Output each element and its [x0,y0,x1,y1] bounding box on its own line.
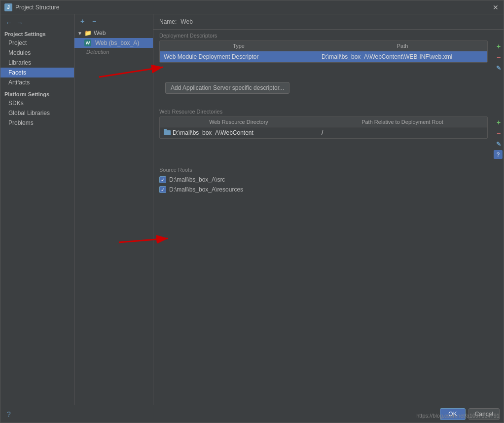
detail-scroll-area[interactable]: Deployment Descriptors Type Path Web Mod… [153,30,504,405]
web-resource-row[interactable]: D:\mall\bs_box_A\WebContent / [160,127,487,138]
sidebar-item-sdks[interactable]: SDKs [0,98,74,108]
webres-help-button[interactable]: ? [494,150,503,159]
sidebar-item-global-libraries[interactable]: Global Libraries [0,108,74,118]
deployment-descriptors-label: Deployment Descriptors [153,30,504,40]
watermark: https://blog.csdn.net/a1097304791 [416,413,500,419]
web-resource-table-container: Web Resource Directory Path Relative to … [153,116,494,139]
source-root-checkbox-1[interactable]: ✓ [159,186,166,193]
web-resource-table-header: Web Resource Directory Path Relative to … [160,117,487,127]
detail-panel: Name: Web Deployment Descriptors Type Pa… [153,14,504,405]
tree-add-button[interactable]: + [77,16,87,26]
source-roots-label: Source Roots [153,164,504,175]
sidebar: ← → Project Settings Project Modules Lib… [0,14,74,405]
forward-icon[interactable]: → [15,18,24,27]
sidebar-toolbar: ← → [0,16,74,29]
tree-remove-button[interactable]: − [89,16,99,26]
webres-add-button[interactable]: + [494,117,504,127]
tree-toolbar: + − [74,14,153,28]
web-resource-relpath-cell: / [318,127,487,138]
title-bar: J Project Structure ✕ [0,0,504,14]
name-field-value: Web [180,18,192,25]
descriptor-remove-button[interactable]: − [494,52,504,62]
name-row: Name: Web [153,14,504,30]
descriptor-edit-button[interactable]: ✎ [494,63,504,73]
descriptor-type-cell: Web Module Deployment Descriptor [160,51,318,62]
tree-panel: + − ▼ 📁 Web W Web (bs_box_A) Detection [74,14,153,405]
sidebar-item-problems[interactable]: Problems [0,118,74,128]
expand-icon: ▼ [77,31,82,36]
web-resource-dir-cell: D:\mall\bs_box_A\WebContent [160,127,318,138]
source-roots-section: Source Roots ✓ D:\mall\bs_box_A\src ✓ D:… [153,164,504,200]
project-settings-label: Project Settings [0,29,74,38]
deployment-descriptors-section: Deployment Descriptors Type Path Web Mod… [153,30,504,102]
main-content: ← → Project Settings Project Modules Lib… [0,14,504,405]
path-col-header: Path [318,41,487,51]
descriptor-table-container: Type Path Web Module Deployment Descript… [153,40,494,63]
add-descriptor-button[interactable]: Add Application Server specific descript… [165,82,289,94]
tree-item-web-bs-box-a[interactable]: W Web (bs_box_A) [74,38,153,48]
check-icon-1: ✓ [161,187,165,192]
descriptor-add-button[interactable]: + [494,41,504,51]
window-title: Project Structure [15,4,492,11]
check-icon-0: ✓ [161,177,165,183]
descriptor-table: Type Path Web Module Deployment Descript… [159,40,488,63]
source-root-label-1: D:\mall\bs_box_A\resources [169,186,243,193]
descriptor-row[interactable]: Web Module Deployment Descriptor D:\mall… [160,51,487,62]
web-resource-side-actions: + − ✎ ? [494,116,504,160]
type-col-header: Type [160,41,318,51]
descriptor-path-cell: D:\mall\bs_box_A\WebContent\WEB-INF\web.… [318,51,487,62]
descriptor-table-header: Type Path [160,41,487,51]
sidebar-item-project[interactable]: Project [0,38,74,48]
sidebar-item-facets[interactable]: Facets [0,68,74,77]
back-icon[interactable]: ← [4,18,13,27]
folder-small-icon [164,130,171,135]
source-root-checkbox-0[interactable]: ✓ [159,176,166,183]
app-icon: J [4,3,12,11]
close-button[interactable]: ✕ [492,3,500,11]
web-module-icon: W [84,39,91,46]
web-resource-label: Web Resource Directories [153,106,504,116]
tree-item-web[interactable]: ▼ 📁 Web [74,28,153,38]
sidebar-item-libraries[interactable]: Libraries [0,58,74,68]
folder-icon: 📁 [84,30,92,37]
platform-settings-label: Platform Settings [0,87,74,98]
help-area: ? [4,410,13,419]
sidebar-item-artifacts[interactable]: Artifacts [0,77,74,87]
add-descriptor-area: Add Application Server specific descript… [153,74,504,98]
global-help-button[interactable]: ? [4,410,13,419]
descriptor-side-actions: + − ✎ [494,40,504,74]
web-dir-col-header: Web Resource Directory [160,117,318,127]
source-root-row-1: ✓ D:\mall\bs_box_A\resources [153,185,504,194]
webres-edit-button[interactable]: ✎ [494,139,504,149]
source-root-label-0: D:\mall\bs_box_A\src [169,176,225,183]
web-resource-table: Web Resource Directory Path Relative to … [159,116,488,139]
source-root-row-0: ✓ D:\mall\bs_box_A\src [153,175,504,185]
descriptor-table-wrapper: Type Path Web Module Deployment Descript… [153,40,504,74]
tree-detection-label: Detection [74,48,153,56]
rel-path-col-header: Path Relative to Deployment Root [318,117,487,127]
sidebar-item-modules[interactable]: Modules [0,48,74,58]
name-field-label: Name: [159,18,177,25]
web-resource-section: Web Resource Directories Web Resource Di… [153,106,504,160]
webres-remove-button[interactable]: − [494,128,504,138]
web-resource-table-wrapper: Web Resource Directory Path Relative to … [153,116,504,160]
